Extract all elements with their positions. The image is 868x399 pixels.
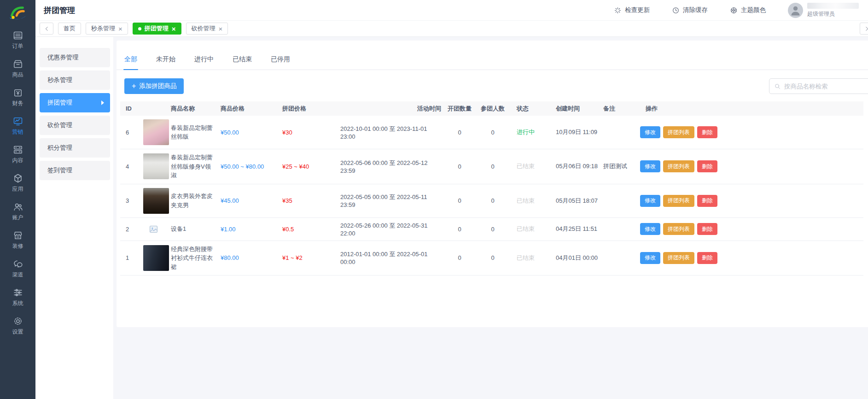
search-box xyxy=(769,78,868,94)
theme-color-label: 主题颜色 xyxy=(741,6,766,14)
tabs-scroll-left-button[interactable] xyxy=(40,23,53,35)
edit-button[interactable]: 修改 xyxy=(640,126,660,138)
close-tab-icon[interactable]: × xyxy=(172,25,176,32)
cell-participant-count: 0 xyxy=(476,129,509,136)
system-icon xyxy=(12,287,23,298)
edit-button[interactable]: 修改 xyxy=(640,160,660,172)
sidebar-item-装修[interactable]: 装修 xyxy=(0,228,35,256)
clock-icon xyxy=(672,6,680,14)
marketing-submenu: 优惠券管理秒杀管理拼团管理砍价管理积分管理签到管理 xyxy=(35,37,113,399)
page-title: 拼团管理 xyxy=(44,5,75,16)
sidebar-item-渠道[interactable]: 渠道 xyxy=(0,256,35,285)
edit-button[interactable]: 修改 xyxy=(640,252,660,264)
cell-group-price: ¥35 xyxy=(277,197,335,204)
theme-color-button[interactable]: 主题颜色 xyxy=(730,6,766,14)
cell-participant-count: 0 xyxy=(476,254,509,261)
edit-button[interactable]: 修改 xyxy=(640,223,660,235)
sidebar-item-应用[interactable]: 应用 xyxy=(0,170,35,199)
topbar-actions: 检查更新 清除缓存 主题颜色 超级管理员 xyxy=(614,3,868,18)
cell-actions: 修改拼团列表删除 xyxy=(640,252,728,264)
cell-group-count: 0 xyxy=(443,197,476,204)
submenu-item-拼团管理[interactable]: 拼团管理 xyxy=(40,93,110,112)
decorate-icon xyxy=(12,230,23,241)
delete-button[interactable]: 删除 xyxy=(697,126,717,138)
filter-tab-未开始[interactable]: 未开始 xyxy=(156,55,175,70)
sidebar-item-label: 商品 xyxy=(12,71,23,79)
cell-group-price: ¥30 xyxy=(277,129,335,136)
cell-group-price: ¥1 ~ ¥2 xyxy=(277,254,335,261)
app-logo[interactable] xyxy=(7,4,29,21)
delete-button[interactable]: 删除 xyxy=(697,195,717,207)
sidebar-item-内容[interactable]: 内容 xyxy=(0,142,35,170)
column-header-拼团价格: 拼团价格 xyxy=(277,105,335,113)
close-tab-icon[interactable]: × xyxy=(219,25,223,32)
check-update-label: 检查更新 xyxy=(625,6,650,14)
group-list-button[interactable]: 拼团列表 xyxy=(663,126,694,138)
column-header-备注: 备注 xyxy=(598,105,640,113)
order-icon xyxy=(12,30,23,41)
user-menu[interactable]: 超级管理员 xyxy=(788,3,859,18)
sidebar-item-label: 财务 xyxy=(12,100,23,107)
submenu-item-砍价管理[interactable]: 砍价管理 xyxy=(40,116,110,135)
clear-cache-button[interactable]: 清除缓存 xyxy=(672,6,708,14)
cell-created-time: 04月01日 00:00 xyxy=(551,254,598,262)
page-tab-label: 秒杀管理 xyxy=(91,24,115,33)
filter-tab-全部[interactable]: 全部 xyxy=(124,55,137,70)
cell-product-name: 春装新品定制蕾丝韩版修身V领淑 xyxy=(171,153,215,180)
edit-button[interactable]: 修改 xyxy=(640,195,660,207)
cell-product-price: ¥1.00 xyxy=(215,226,277,233)
system-icon xyxy=(12,287,23,298)
account-icon xyxy=(12,201,23,212)
cell-actions: 修改拼团列表删除 xyxy=(640,223,728,235)
check-update-button[interactable]: 检查更新 xyxy=(614,6,650,14)
cell-activity-time: 2022-10-01 00:00 至 2023-11-01 23:00 xyxy=(335,125,443,140)
group-list-button[interactable]: 拼团列表 xyxy=(663,223,694,235)
filter-tab-已停用[interactable]: 已停用 xyxy=(271,55,290,70)
page-tab-首页[interactable]: 首页 xyxy=(58,23,81,35)
close-tab-icon[interactable]: × xyxy=(118,25,122,32)
submenu-item-秒杀管理[interactable]: 秒杀管理 xyxy=(40,70,110,90)
sidebar-item-商品[interactable]: 商品 xyxy=(0,56,35,85)
page-tab-拼团管理[interactable]: 拼团管理× xyxy=(133,23,181,35)
delete-button[interactable]: 删除 xyxy=(697,223,717,235)
sidebar-item-财务[interactable]: 财务 xyxy=(0,85,35,113)
sidebar-item-设置[interactable]: 设置 xyxy=(0,313,35,342)
delete-button[interactable]: 删除 xyxy=(697,252,717,264)
sidebar-item-label: 内容 xyxy=(12,157,23,164)
sidebar-item-label: 应用 xyxy=(12,185,23,193)
group-list-button[interactable]: 拼团列表 xyxy=(663,160,694,172)
goods-icon xyxy=(12,59,23,70)
group-list-button[interactable]: 拼团列表 xyxy=(663,252,694,264)
tabs-scroll-right-button[interactable] xyxy=(860,23,868,35)
cell-created-time: 10月09日 11:09 xyxy=(551,128,598,136)
filter-tab-进行中[interactable]: 进行中 xyxy=(194,55,214,70)
sidebar-item-系统[interactable]: 系统 xyxy=(0,285,35,313)
sidebar-item-订单[interactable]: 订单 xyxy=(0,28,35,56)
cell-participant-count: 0 xyxy=(476,163,509,170)
page-tab-砍价管理[interactable]: 砍价管理× xyxy=(186,23,228,35)
group-list-button[interactable]: 拼团列表 xyxy=(663,195,694,207)
cell-group-count: 0 xyxy=(443,254,476,261)
cell-group-count: 0 xyxy=(443,163,476,170)
cell-activity-time: 2022-05-05 00:00 至 2022-05-11 23:59 xyxy=(335,193,443,208)
cell-activity-time: 2022-05-06 00:00 至 2022-05-12 23:59 xyxy=(335,159,443,174)
main-sidebar: 订单商品财务营销内容应用账户装修渠道系统设置 xyxy=(0,0,35,399)
delete-button[interactable]: 删除 xyxy=(697,160,717,172)
submenu-item-积分管理[interactable]: 积分管理 xyxy=(40,138,110,158)
submenu-item-签到管理[interactable]: 签到管理 xyxy=(40,161,110,180)
add-group-product-button[interactable]: + 添加拼团商品 xyxy=(124,78,184,94)
sidebar-item-营销[interactable]: 营销 xyxy=(0,113,35,142)
submenu-item-优惠券管理[interactable]: 优惠券管理 xyxy=(40,48,110,67)
goods-icon xyxy=(12,59,23,70)
product-row-1: 1经典深色附腰带衬衫式牛仔连衣裙¥80.00¥1 ~ ¥22012-01-01 … xyxy=(120,241,863,276)
search-input[interactable] xyxy=(784,83,868,90)
page-tab-秒杀管理[interactable]: 秒杀管理× xyxy=(86,23,128,35)
sidebar-item-label: 渠道 xyxy=(12,271,23,279)
account-icon xyxy=(12,201,23,212)
sidebar-item-label: 订单 xyxy=(12,42,23,50)
filter-tab-已结束[interactable]: 已结束 xyxy=(233,55,252,70)
cell-product-price: ¥80.00 xyxy=(215,254,277,261)
avatar xyxy=(788,3,803,18)
sidebar-item-账户[interactable]: 账户 xyxy=(0,199,35,228)
cell-status: 已结束 xyxy=(509,225,551,233)
